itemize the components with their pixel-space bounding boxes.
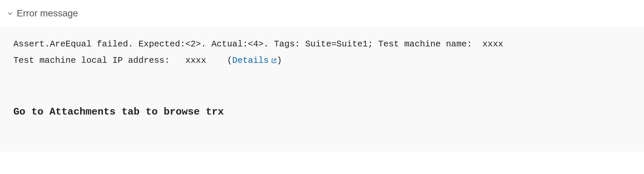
error-text-2b: (: [206, 55, 232, 65]
error-body: Assert.AreEqual failed. Expected:<2>. Ac…: [0, 27, 644, 152]
error-message-section-header[interactable]: Error message: [0, 0, 644, 27]
error-text-2c: ): [277, 55, 282, 65]
attachments-hint: Go to Attachments tab to browse trx: [13, 103, 631, 122]
error-text-2a: Test machine local IP address:: [13, 55, 185, 65]
chevron-down-icon: [7, 10, 13, 17]
external-link-icon: [271, 58, 277, 64]
details-link[interactable]: Details: [232, 52, 277, 69]
error-line-2: Test machine local IP address: xxxx (Det…: [13, 52, 631, 69]
machine-name: xxxx: [482, 39, 503, 49]
ip-address: xxxx: [185, 55, 206, 65]
error-text-1: Assert.AreEqual failed. Expected:<2>. Ac…: [13, 39, 482, 49]
details-link-label: Details: [232, 52, 269, 69]
section-title: Error message: [17, 8, 78, 19]
error-line-1: Assert.AreEqual failed. Expected:<2>. Ac…: [13, 36, 631, 52]
